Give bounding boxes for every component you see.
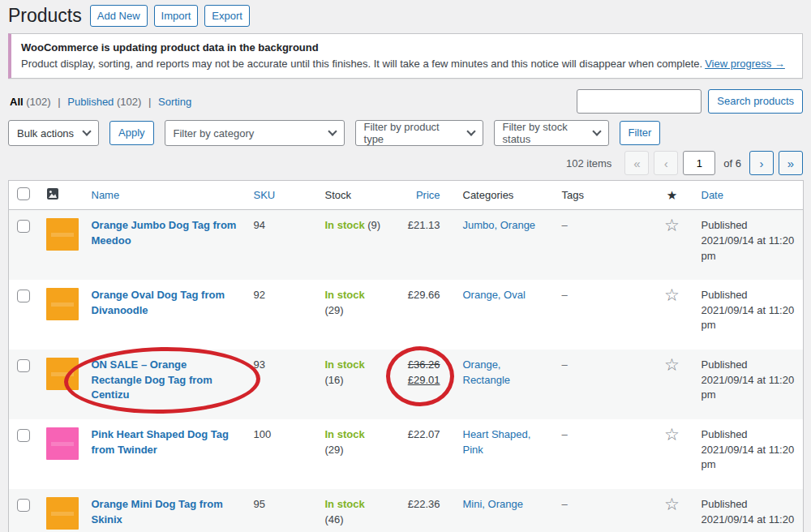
- filter-product-type-label: Filter by product type: [364, 121, 460, 145]
- sku-cell: 100: [246, 419, 317, 489]
- notice-body: Product display, sorting, and reports ma…: [21, 56, 792, 72]
- filter-category-select[interactable]: Filter by category: [165, 120, 345, 146]
- view-filter-links: All (102) | Published (102) | Sorting: [8, 96, 191, 108]
- view-separator: |: [58, 96, 60, 108]
- image-cell: [38, 280, 84, 350]
- product-name-link[interactable]: Orange Jumbo Dog Tag from Meedoo: [92, 219, 237, 247]
- search-input[interactable]: [577, 89, 702, 114]
- category-links[interactable]: Heart Shaped, Pink: [463, 428, 531, 456]
- column-header-categories: Categories: [455, 181, 554, 210]
- stock-cell: In stock (29): [317, 419, 392, 489]
- view-sorting-link[interactable]: Sorting: [158, 96, 191, 108]
- category-links[interactable]: Orange, Rectangle: [463, 358, 511, 386]
- image-cell: [38, 210, 84, 280]
- category-links[interactable]: Jumbo, Orange: [463, 219, 536, 231]
- chevron-down-icon: [82, 127, 91, 136]
- stock-cell: In stock (29): [317, 280, 392, 350]
- stock-quantity: (29): [325, 444, 344, 456]
- publish-date: 2021/09/14 at 11:20 pm: [702, 303, 797, 334]
- column-header-price[interactable]: Price: [392, 181, 455, 210]
- featured-star-icon: ★: [651, 181, 693, 210]
- view-published-link[interactable]: Published: [67, 96, 114, 108]
- import-button[interactable]: Import: [154, 5, 199, 28]
- product-thumbnail[interactable]: [46, 497, 79, 530]
- woocommerce-update-notice: WooCommerce is updating product data in …: [8, 33, 803, 79]
- stock-cell: In stock (46): [317, 489, 392, 532]
- next-page-button[interactable]: ›: [749, 151, 774, 175]
- products-table: Name SKU Stock Price Categories Tags ★ D…: [8, 180, 804, 532]
- products-table-wrap: Name SKU Stock Price Categories Tags ★ D…: [8, 180, 803, 532]
- categories-cell: Mini, Orange: [455, 489, 554, 532]
- featured-cell: ☆: [651, 419, 693, 489]
- tags-cell: –: [554, 210, 651, 280]
- publish-date: 2021/09/14 at 11:20 pm: [702, 234, 797, 264]
- export-button[interactable]: Export: [204, 5, 250, 28]
- product-name-link[interactable]: ON SALE – Orange Rectangle Dog Tag from …: [92, 358, 212, 401]
- stock-cell: In stock (9): [317, 210, 392, 280]
- filter-product-type-select[interactable]: Filter by product type: [355, 120, 483, 146]
- date-cell: Published2021/09/14 at 11:20 pm: [693, 489, 804, 532]
- pagination: 102 items « ‹ of 6 › »: [8, 151, 803, 175]
- column-header-sku[interactable]: SKU: [246, 181, 317, 210]
- product-thumbnail[interactable]: [46, 218, 79, 251]
- notice-title: WooCommerce is updating product data in …: [21, 41, 792, 56]
- view-separator: |: [148, 96, 151, 108]
- featured-star-toggle[interactable]: ☆: [664, 355, 680, 374]
- search-box: Search products: [577, 89, 803, 114]
- last-page-button[interactable]: »: [779, 151, 803, 175]
- list-controls: All (102) | Published (102) | Sorting Se…: [8, 89, 803, 114]
- checkbox-cell: [9, 489, 38, 532]
- product-thumbnail[interactable]: [46, 288, 79, 320]
- bulk-actions-select[interactable]: Bulk actions: [8, 120, 99, 146]
- publish-date: 2021/09/14 at 11:20 pm: [702, 373, 797, 404]
- category-links[interactable]: Orange, Oval: [463, 289, 526, 301]
- stock-status: In stock: [325, 498, 365, 510]
- add-new-button[interactable]: Add New: [90, 5, 148, 28]
- column-header-date[interactable]: Date: [693, 181, 804, 210]
- tags-cell: –: [554, 280, 651, 350]
- product-thumbnail[interactable]: [46, 427, 79, 460]
- column-header-name[interactable]: Name: [84, 181, 246, 210]
- price-cell: £29.66: [392, 280, 455, 350]
- table-row-on-sale: ON SALE – Orange Rectangle Dog Tag from …: [9, 350, 804, 419]
- column-header-stock: Stock: [317, 181, 392, 210]
- apply-button[interactable]: Apply: [109, 121, 154, 145]
- view-published-count: (102): [117, 96, 141, 108]
- filter-button[interactable]: Filter: [620, 121, 661, 145]
- view-all-count: (102): [26, 96, 50, 108]
- row-checkbox[interactable]: [17, 290, 30, 302]
- stock-status: In stock: [325, 358, 365, 371]
- search-products-button[interactable]: Search products: [708, 89, 803, 114]
- stock-status: In stock: [325, 428, 365, 440]
- stock-status: In stock: [325, 289, 365, 301]
- filter-stock-status-select[interactable]: Filter by stock status: [494, 120, 609, 146]
- select-all-checkbox[interactable]: [17, 187, 30, 200]
- tags-value: –: [562, 428, 568, 440]
- view-all-link[interactable]: All: [10, 96, 24, 108]
- featured-star-toggle[interactable]: ☆: [664, 285, 680, 304]
- product-name-link[interactable]: Pink Heart Shaped Dog Tag from Twinder: [92, 428, 230, 456]
- tags-value: –: [562, 358, 568, 371]
- checkbox-cell: [9, 210, 38, 280]
- filters-row: Bulk actions Apply Filter by category Fi…: [8, 120, 803, 146]
- row-checkbox[interactable]: [17, 429, 30, 442]
- row-checkbox[interactable]: [17, 499, 30, 512]
- categories-cell: Orange, Oval: [455, 280, 554, 350]
- featured-star-toggle[interactable]: ☆: [664, 425, 680, 444]
- row-checkbox[interactable]: [17, 220, 30, 233]
- items-count: 102 items: [566, 157, 611, 169]
- product-name-link[interactable]: Orange Mini Dog Tag from Skinix: [92, 498, 223, 526]
- row-checkbox[interactable]: [17, 359, 30, 372]
- featured-star-toggle[interactable]: ☆: [664, 216, 680, 234]
- view-progress-link[interactable]: View progress →: [705, 58, 785, 70]
- table-row: Orange Mini Dog Tag from Skinix 95 In st…: [9, 489, 804, 532]
- first-page-button: «: [624, 151, 649, 175]
- product-name-link[interactable]: Orange Oval Dog Tag from Divanoodle: [92, 289, 225, 316]
- stock-quantity: (46): [325, 513, 344, 526]
- current-page-input[interactable]: [683, 151, 715, 175]
- tags-value: –: [562, 219, 568, 231]
- category-links[interactable]: Mini, Orange: [463, 498, 523, 510]
- featured-star-toggle[interactable]: ☆: [664, 495, 680, 513]
- tags-cell: –: [554, 419, 651, 489]
- product-thumbnail[interactable]: [46, 358, 79, 390]
